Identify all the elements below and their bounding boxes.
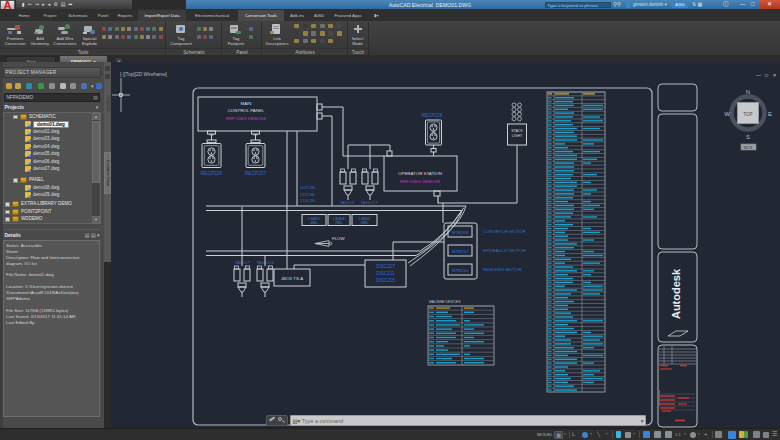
- svg-text:TA50#4: TA50#4: [339, 200, 355, 205]
- svg-text:MACHINE DEVICES: MACHINE DEVICES: [429, 300, 461, 304]
- svg-text:Autodesk: Autodesk: [670, 268, 682, 319]
- svg-text:REF DWG DEMO08: REF DWG DEMO08: [226, 116, 267, 121]
- svg-text:TOP: TOP: [743, 112, 752, 117]
- svg-text:STACK: STACK: [511, 129, 523, 133]
- svg-text:2WL: 2WL: [310, 221, 317, 225]
- svg-text:CONVEYOR MOTOR: CONVEYOR MOTOR: [483, 229, 526, 234]
- svg-text:LS402: LS402: [359, 216, 371, 221]
- svg-text:S: S: [746, 134, 750, 140]
- svg-text:RECP227: RECP227: [245, 171, 267, 176]
- svg-text:DISC215: DISC215: [376, 278, 395, 283]
- svg-text:REF DWG DEMO08: REF DWG DEMO08: [400, 179, 441, 184]
- svg-text:CONTROL PANEL: CONTROL PANEL: [228, 108, 265, 113]
- svg-text:LS402: LS402: [308, 216, 320, 221]
- svg-text:2WL: 2WL: [335, 221, 342, 225]
- svg-text:□: □: [765, 72, 768, 78]
- svg-text:HYDRAULIC MOTOR: HYDRAULIC MOTOR: [483, 248, 526, 253]
- svg-text:2WL: 2WL: [361, 221, 368, 225]
- svg-text:FLOW: FLOW: [332, 236, 346, 241]
- svg-text:DISC211: DISC211: [376, 271, 395, 276]
- svg-text:215CBL: 215CBL: [300, 198, 316, 203]
- svg-text:RECP226: RECP226: [201, 171, 223, 176]
- svg-text:JBOX TS-A: JBOX TS-A: [281, 276, 303, 281]
- svg-text:DISC207: DISC207: [376, 264, 395, 269]
- svg-text:×: ×: [773, 72, 776, 78]
- svg-text:—: —: [756, 72, 761, 78]
- svg-text:WCS: WCS: [744, 146, 753, 150]
- svg-text:MAIN: MAIN: [241, 101, 252, 106]
- svg-text:MTR208: MTR208: [452, 230, 469, 235]
- svg-text:W: W: [724, 111, 730, 117]
- svg-text:RECP228: RECP228: [422, 113, 443, 118]
- svg-text:INDEXING MOTOR: INDEXING MOTOR: [483, 267, 522, 272]
- svg-text:MTR212: MTR212: [452, 249, 469, 254]
- svg-text:E: E: [768, 111, 772, 117]
- svg-text:211CBL: 211CBL: [300, 192, 316, 197]
- svg-text:TA50#17: TA50#17: [360, 200, 378, 205]
- svg-text:LS408: LS408: [333, 216, 345, 221]
- svg-text:N: N: [746, 89, 750, 95]
- svg-text:MTR216: MTR216: [452, 268, 469, 273]
- svg-text:[-][Top][2D Wireframe]: [-][Top][2D Wireframe]: [120, 72, 167, 77]
- svg-text:LIGHT: LIGHT: [512, 134, 523, 138]
- svg-text:OPERATOR STATION: OPERATOR STATION: [398, 171, 442, 176]
- svg-text:207CBL: 207CBL: [300, 185, 316, 190]
